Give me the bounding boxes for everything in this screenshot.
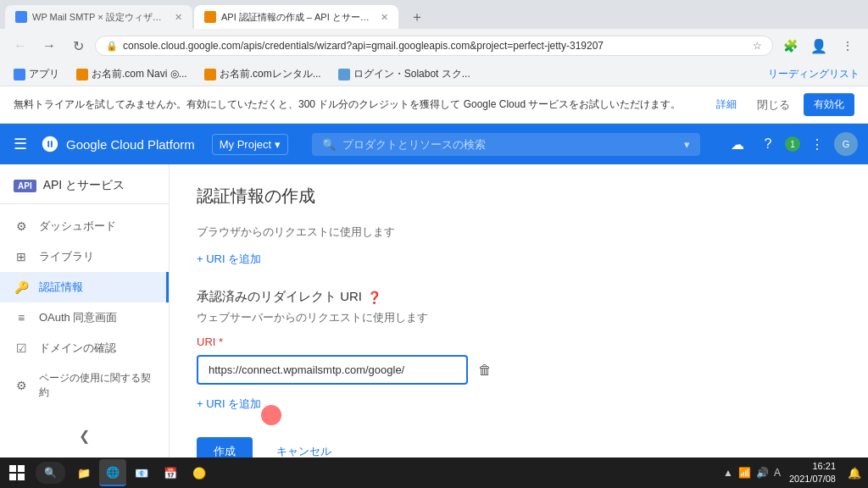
- uri-required-marker: *: [219, 336, 223, 348]
- tab1-close[interactable]: ✕: [175, 12, 182, 23]
- refresh-button[interactable]: ↻: [66, 34, 90, 58]
- main-content: 認証情報の作成 ブラウザからのリクエストに使用します + URI を追加 承認済…: [170, 164, 868, 459]
- back-button[interactable]: ←: [8, 34, 32, 58]
- sidebar-item-page[interactable]: ⚙ ページの使用に関する契約: [0, 363, 169, 408]
- bookmark-apps[interactable]: アプリ: [8, 65, 64, 83]
- sidebar-item-credentials[interactable]: 🔑 認証情報: [0, 272, 169, 302]
- sidebar-item-page-label: ページの使用に関する契約: [39, 371, 155, 400]
- tab2-icon: [204, 11, 216, 23]
- sidebar-item-library-label: ライブラリ: [39, 249, 94, 264]
- add-uri-button-1[interactable]: + URI を追加: [197, 247, 261, 272]
- nav-bar: ← → ↻ 🔒 console.cloud.google.com/apis/cr…: [0, 29, 868, 63]
- sidebar-item-library[interactable]: ⊞ ライブラリ: [0, 241, 169, 272]
- browser-request-description: ブラウザからのリクエストに使用します: [197, 225, 841, 240]
- notification-badge[interactable]: 1: [785, 136, 800, 152]
- bookmark-onamae2[interactable]: お名前.comレンタル...: [199, 65, 326, 83]
- browser-request-section: ブラウザからのリクエストに使用します + URI を追加: [197, 225, 841, 272]
- new-tab-button[interactable]: ＋: [400, 5, 434, 29]
- promo-activate-button[interactable]: 有効化: [804, 93, 854, 116]
- taskbar: 🔍 📁 🌐 📧 📅 🟡 ▲ 📶 🔊 A 16:21 2021/07/08 🔔: [0, 458, 868, 488]
- page-title: 認証情報の作成: [197, 185, 841, 208]
- network-icon: ▲: [723, 467, 733, 479]
- taskbar-explorer[interactable]: 📁: [70, 459, 97, 486]
- delete-uri-button[interactable]: 🗑: [475, 359, 495, 381]
- tab1-label: WP Mail SMTP × 設定ウィザード: [32, 11, 168, 24]
- taskbar-calendar[interactable]: 📅: [157, 459, 184, 486]
- sidebar-item-domain[interactable]: ☑ ドメインの確認: [0, 333, 169, 363]
- clock-time: 16:21: [789, 460, 836, 473]
- gcp-logo-text: Google Cloud Platform: [66, 137, 195, 152]
- tab-1[interactable]: WP Mail SMTP × 設定ウィザード ✕: [5, 5, 192, 29]
- clock-date: 2021/07/08: [789, 473, 836, 485]
- action-buttons: 作成 キャンセル: [197, 437, 841, 459]
- bookmark-onamae1[interactable]: お名前.com Navi ◎...: [71, 65, 192, 83]
- sidebar-item-oauth[interactable]: ≡ OAuth 同意画面: [0, 302, 169, 333]
- start-button[interactable]: [3, 459, 31, 486]
- reading-list-link[interactable]: リーディングリスト: [768, 67, 860, 81]
- app-layout: API API とサービス ⚙ ダッシュボード ⊞ ライブラリ 🔑 認証情報 ≡…: [0, 164, 868, 459]
- tab-bar: WP Mail SMTP × 設定ウィザード ✕ API 認証情報の作成 – A…: [0, 0, 868, 29]
- promo-bar: 無料トライアルを試してみませんか。有効にしていただくと、300 ドル分のクレジッ…: [0, 86, 868, 124]
- help-icon[interactable]: ❓: [367, 291, 381, 304]
- tab1-icon: [15, 11, 27, 23]
- taskbar-search-icon: 🔍: [44, 467, 57, 479]
- more-options-button[interactable]: ⋮: [804, 130, 831, 158]
- tab2-close[interactable]: ✕: [381, 12, 388, 23]
- apps-icon: [14, 69, 25, 80]
- address-text: console.cloud.google.com/apis/credential…: [123, 40, 746, 52]
- redirect-uri-section: 承認済みのリダイレクト URI ❓ ウェブサーバーからのリクエストに使用します …: [197, 289, 841, 417]
- hamburger-menu[interactable]: ☰: [10, 131, 31, 157]
- taskbar-search[interactable]: 🔍: [36, 462, 65, 484]
- promo-close-button[interactable]: 閉じる: [750, 94, 797, 116]
- profile-button[interactable]: 👤: [807, 34, 831, 58]
- taskbar-mail[interactable]: 📧: [128, 459, 155, 486]
- add-uri-button-2[interactable]: + URI を追加: [197, 391, 261, 417]
- onamae2-icon: [204, 69, 216, 80]
- user-avatar[interactable]: G: [834, 132, 858, 156]
- sidebar-item-oauth-label: OAuth 同意画面: [39, 310, 117, 325]
- sidebar-item-dashboard[interactable]: ⚙ ダッシュボード: [0, 211, 169, 241]
- uri-label-text: URI: [197, 336, 215, 348]
- taskbar-edge[interactable]: 🌐: [99, 459, 126, 486]
- star-icon[interactable]: ☆: [753, 40, 762, 52]
- address-bar[interactable]: 🔒 console.cloud.google.com/apis/credenti…: [95, 36, 773, 56]
- promo-link[interactable]: 詳細: [716, 97, 737, 112]
- sidebar-collapse-button[interactable]: ❮: [0, 421, 169, 451]
- credentials-icon: 🔑: [14, 280, 29, 295]
- sidebar-item-credentials-label: 認証情報: [39, 280, 83, 295]
- project-selector[interactable]: My Project ▾: [212, 134, 288, 155]
- taskbar-app-yellow[interactable]: 🟡: [186, 459, 213, 486]
- cancel-button[interactable]: キャンセル: [259, 437, 348, 459]
- bookmark-login[interactable]: ログイン・Solabot スク...: [333, 65, 476, 83]
- project-dropdown-icon: ▾: [275, 138, 281, 151]
- volume-icon: 🔊: [756, 467, 769, 479]
- sidebar-item-domain-label: ドメインの確認: [39, 341, 116, 356]
- search-expand-icon: ▾: [684, 138, 690, 151]
- bookmark-apps-label: アプリ: [29, 67, 59, 81]
- page-icon: ⚙: [14, 378, 29, 393]
- search-icon: 🔍: [322, 138, 336, 151]
- notification-center-button[interactable]: 🔔: [844, 463, 865, 483]
- system-tray: ▲ 📶 🔊 A: [723, 467, 781, 479]
- uri-label: URI *: [197, 336, 841, 348]
- search-input[interactable]: [342, 138, 684, 151]
- api-services-label: API とサービス: [43, 178, 125, 193]
- keyboard-icon: A: [774, 467, 781, 479]
- notification-count: 1: [790, 140, 795, 149]
- cloud-shell-button[interactable]: ☁: [724, 130, 751, 158]
- extensions-button[interactable]: 🧩: [778, 34, 802, 58]
- bookmarks-bar: アプリ お名前.com Navi ◎... お名前.comレンタル... ログイ…: [0, 63, 868, 86]
- forward-button[interactable]: →: [37, 34, 61, 58]
- menu-button[interactable]: ⋮: [836, 34, 860, 58]
- time-display[interactable]: 16:21 2021/07/08: [782, 460, 843, 486]
- section-heading-text: 承認済みのリダイレクト URI: [197, 289, 362, 305]
- login-icon: [338, 69, 350, 80]
- domain-icon: ☑: [14, 341, 29, 356]
- search-bar[interactable]: 🔍 ▾: [312, 133, 700, 156]
- section-description: ウェブサーバーからのリクエストに使用します: [197, 310, 841, 325]
- tab-2[interactable]: API 認証情報の作成 – API とサービス – ... ✕: [194, 5, 398, 29]
- uri-input[interactable]: [197, 355, 468, 385]
- help-button[interactable]: ?: [754, 130, 782, 158]
- bookmark-login-label: ログイン・Solabot スク...: [353, 67, 470, 81]
- create-button[interactable]: 作成: [197, 437, 253, 459]
